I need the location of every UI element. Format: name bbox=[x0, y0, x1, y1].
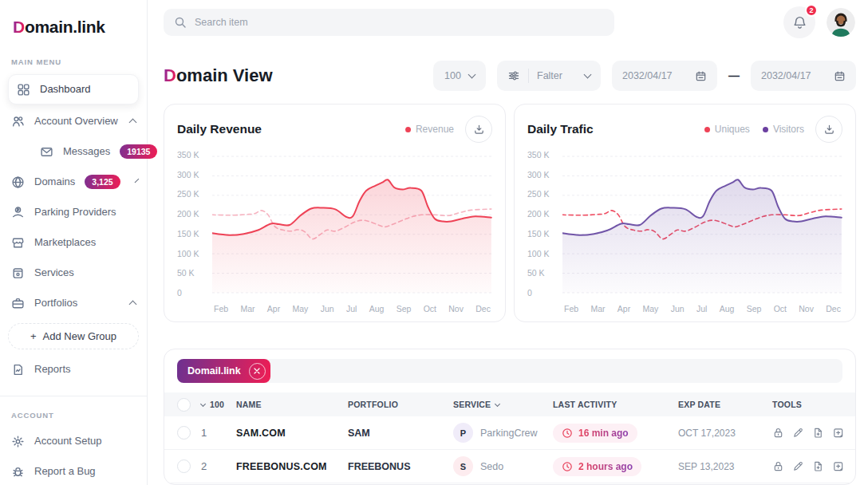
service-name: Sedo bbox=[480, 461, 503, 472]
sidebar-item-services[interactable]: Services bbox=[0, 258, 147, 288]
chevron-down-icon bbox=[584, 71, 592, 79]
service-cell: P ParkingCrew bbox=[453, 423, 553, 443]
legend-dot bbox=[763, 127, 768, 132]
x-axis-label: Nov bbox=[799, 304, 814, 313]
search-input[interactable] bbox=[195, 17, 604, 28]
sidebar-item-account-setup[interactable]: Account Setup bbox=[0, 426, 147, 456]
date-from-value: 2032/04/17 bbox=[622, 70, 673, 81]
domain-name[interactable]: SAM.COM bbox=[236, 428, 348, 439]
page-header: Domain View 100 Falter 2032/04/17 — 2032… bbox=[164, 61, 856, 91]
sidebar-item-label: Services bbox=[34, 266, 74, 280]
column-header-exp-date: EXP DATE bbox=[678, 400, 772, 409]
page-size-header[interactable]: 100 bbox=[201, 400, 236, 409]
sidebar: Domain.link MAIN MENU Dashboard Account … bbox=[0, 0, 148, 485]
globe-icon bbox=[11, 175, 25, 189]
table-row: 2 FREEBONUS.COM FREEBONUS S Sedo 2 hours… bbox=[164, 450, 855, 483]
y-axis-label: 200 K bbox=[177, 210, 209, 219]
sidebar-item-domains[interactable]: Domains 3,125 bbox=[0, 167, 147, 197]
row-tools bbox=[772, 460, 846, 472]
sidebar-item-portfolios[interactable]: Portfolios bbox=[0, 288, 147, 318]
chevron-down-icon bbox=[200, 400, 206, 406]
filter-select[interactable]: Falter bbox=[497, 61, 601, 91]
last-activity-badge: 2 hours ago bbox=[553, 457, 641, 476]
box-icon bbox=[11, 266, 25, 280]
download-chart-button[interactable] bbox=[815, 116, 842, 143]
y-axis-label: 50 K bbox=[177, 269, 209, 278]
file-plus-icon[interactable] bbox=[812, 427, 824, 439]
download-chart-button[interactable] bbox=[465, 116, 492, 143]
notifications-button[interactable]: 2 bbox=[783, 6, 815, 38]
filter-tag[interactable]: Domail.link bbox=[177, 359, 270, 383]
select-all-checkbox[interactable] bbox=[177, 398, 191, 412]
add-new-group-button[interactable]: + Add New Group bbox=[8, 323, 139, 349]
sidebar-item-messages[interactable]: Messages 19135 bbox=[0, 136, 147, 167]
user-avatar[interactable] bbox=[827, 8, 855, 37]
sidebar-item-marketplaces[interactable]: Marketplaces bbox=[0, 227, 147, 258]
edit-icon[interactable] bbox=[792, 427, 804, 439]
page-title: Domain View bbox=[164, 65, 273, 86]
x-axis-label: Aug bbox=[369, 304, 385, 313]
chart-body: 350 K300 K250 K200 K150 K100 K50 K0 bbox=[527, 149, 842, 298]
export-note-icon[interactable] bbox=[832, 460, 844, 472]
chart-header: Daily Revenue Revenue bbox=[177, 116, 492, 143]
column-header-tools: TOOLS bbox=[772, 400, 846, 409]
sidebar-item-label: Reports bbox=[34, 362, 71, 377]
download-icon bbox=[473, 124, 485, 136]
sidebar-item-label: Marketplaces bbox=[34, 235, 96, 250]
chevron-up-icon bbox=[129, 119, 137, 127]
sidebar-item-label: Dashboard bbox=[40, 82, 91, 97]
remove-tag-button[interactable] bbox=[249, 363, 266, 380]
mail-icon bbox=[40, 145, 53, 159]
chart-body: 350 K300 K250 K200 K150 K100 K50 K0 bbox=[177, 149, 492, 298]
bug-icon bbox=[11, 465, 25, 479]
domain-name[interactable]: FREEBONUS.COM bbox=[236, 461, 348, 472]
column-header-name: NAME bbox=[236, 400, 348, 409]
portfolio-name: SAM bbox=[348, 428, 453, 439]
table-row: 1 SAM.COM SAM P ParkingCrew 16 min ago O… bbox=[164, 416, 855, 450]
service-cell: S Sedo bbox=[453, 456, 553, 476]
column-header-service[interactable]: SERVICE bbox=[453, 400, 553, 409]
y-axis-label: 200 K bbox=[527, 210, 559, 219]
exp-date: SEP 13,2023 bbox=[678, 461, 772, 472]
download-icon bbox=[823, 124, 835, 136]
date-from-picker[interactable]: 2032/04/17 bbox=[612, 61, 717, 91]
chevron-up-icon bbox=[129, 301, 137, 309]
report-icon bbox=[11, 363, 25, 377]
x-axis-label: May bbox=[292, 304, 308, 313]
page-size-select[interactable]: 100 bbox=[433, 61, 486, 91]
sidebar-item-dashboard[interactable]: Dashboard bbox=[8, 74, 139, 104]
lock-icon[interactable] bbox=[772, 460, 784, 472]
legend-item-visitors: Visitors bbox=[763, 124, 804, 135]
search-bar[interactable] bbox=[164, 9, 614, 36]
chevron-down-icon bbox=[468, 71, 475, 79]
sidebar-item-report-a-bug[interactable]: Report a Bug bbox=[0, 456, 147, 485]
domains-count-badge: 3,125 bbox=[85, 175, 120, 189]
column-header-label: SERVICE bbox=[453, 400, 491, 409]
column-header-last-activity: LAST ACTIVITY bbox=[553, 400, 678, 409]
exp-date: OCT 17,2023 bbox=[678, 428, 772, 439]
row-checkbox[interactable] bbox=[177, 426, 191, 440]
export-note-icon[interactable] bbox=[832, 427, 844, 439]
x-axis-labels: FebMarAprMayJunJulAugSepOctNovDec bbox=[212, 298, 492, 313]
file-plus-icon[interactable] bbox=[812, 460, 824, 472]
grid-icon bbox=[17, 83, 30, 97]
edit-icon[interactable] bbox=[792, 460, 804, 472]
row-number: 1 bbox=[201, 427, 236, 439]
sidebar-item-reports[interactable]: Reports bbox=[0, 354, 147, 384]
briefcase-icon bbox=[11, 297, 25, 310]
sidebar-item-label: Account Setup bbox=[34, 434, 102, 448]
sidebar-item-label: Report a Bug bbox=[34, 464, 96, 479]
x-axis-label: Apr bbox=[267, 304, 280, 313]
sidebar-item-label: Domains bbox=[34, 175, 75, 189]
title-accent-letter: D bbox=[164, 65, 176, 85]
x-axis-label: Dec bbox=[826, 304, 841, 313]
lock-icon[interactable] bbox=[772, 427, 784, 439]
row-checkbox[interactable] bbox=[177, 459, 191, 473]
sidebar-item-label: Parking Providers bbox=[34, 205, 116, 219]
calendar-icon bbox=[834, 70, 846, 82]
charts-row: Daily Revenue Revenue 350 K300 K250 K200… bbox=[164, 104, 856, 322]
sidebar-item-parking-providers[interactable]: Parking Providers bbox=[0, 197, 147, 227]
sidebar-item-account-overview[interactable]: Account Overview bbox=[0, 106, 147, 136]
date-to-picker[interactable]: 2032/04/17 bbox=[751, 61, 856, 91]
page-size-value: 100 bbox=[210, 400, 224, 409]
